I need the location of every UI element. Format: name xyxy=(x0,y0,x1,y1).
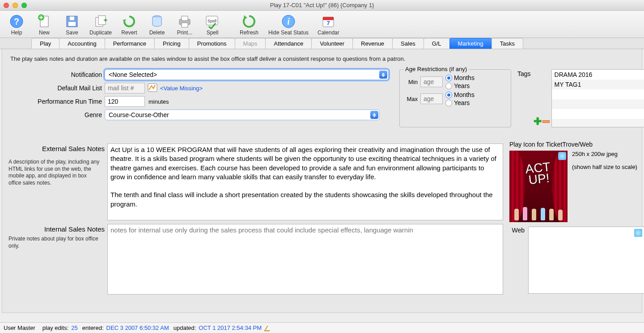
external-notes-sub: A description of the play, including any… xyxy=(8,159,105,186)
window-title: Play 17-C01 "Act Up!" (86) {Company 1} xyxy=(0,2,644,8)
add-tag-button[interactable]: ✚ xyxy=(534,116,542,127)
info-icon: i xyxy=(280,13,297,30)
spell-icon: Spell xyxy=(204,13,220,30)
web-image-slot[interactable] xyxy=(528,227,644,294)
list-item[interactable]: DRAMA 2016 xyxy=(552,70,644,80)
notification-label: Notification xyxy=(8,71,105,78)
svg-rect-6 xyxy=(70,17,74,20)
refresh-icon xyxy=(241,13,257,30)
content-pane: The play sales notes and duration are av… xyxy=(2,49,642,313)
max-age-input[interactable] xyxy=(420,93,443,104)
tab-volunteer[interactable]: Volunteer xyxy=(311,38,353,49)
status-entered-label: entered: xyxy=(82,325,104,331)
internal-notes-label: Internal Sales Notes xyxy=(8,224,105,233)
svg-text:Spell: Spell xyxy=(208,19,216,23)
status-user: User Master xyxy=(4,325,35,331)
tab-marketing[interactable]: Marketing xyxy=(449,38,492,49)
toolbar: ? Help New Save Duplicate Revert Delete xyxy=(0,11,644,38)
printer-icon xyxy=(177,13,193,30)
internal-notes-textarea[interactable] xyxy=(107,224,503,295)
new-page-icon xyxy=(36,13,52,30)
tab-attendance[interactable]: Attendance xyxy=(265,38,312,49)
default-mail-input[interactable] xyxy=(105,83,145,93)
lookup-icon[interactable] xyxy=(148,83,157,93)
max-years-radio[interactable] xyxy=(445,100,452,106)
tab-gl[interactable]: G/L xyxy=(424,38,450,49)
list-item xyxy=(552,89,644,99)
min-years-radio[interactable] xyxy=(445,83,452,89)
status-entered-value: DEC 3 2007 6:50:32 AM xyxy=(106,325,169,331)
genre-select[interactable]: Course-Course-Other xyxy=(105,110,380,120)
database-icon xyxy=(558,152,566,160)
tags-list[interactable]: DRAMA 2016 MY TAG1 xyxy=(551,69,644,127)
runtime-input[interactable] xyxy=(105,96,145,107)
remove-tag-button[interactable] xyxy=(542,120,550,123)
play-icon-image[interactable]: ACTUP! xyxy=(509,151,568,222)
new-button[interactable]: New xyxy=(31,13,57,37)
tab-pricing[interactable]: Pricing xyxy=(154,38,189,49)
internal-notes-sub: Private notes about play for box office … xyxy=(8,236,105,249)
refresh-button[interactable]: Refresh xyxy=(236,13,262,37)
age-legend: Age Restrictions (if any) xyxy=(403,66,469,72)
svg-text:7: 7 xyxy=(327,20,330,26)
duplicate-button[interactable]: Duplicate xyxy=(87,13,114,37)
duplicate-icon xyxy=(93,13,109,30)
floppy-icon xyxy=(64,13,80,30)
icon-dims: 250h x 200w jpeg xyxy=(572,151,637,157)
status-bar: User Master play edits: 25 entered: DEC … xyxy=(0,322,644,333)
hide-seat-status-button[interactable]: i Hide Seat Status xyxy=(264,13,313,37)
list-item xyxy=(552,99,644,109)
svg-text:?: ? xyxy=(14,17,19,26)
tab-tasks[interactable]: Tasks xyxy=(491,38,523,49)
list-item xyxy=(552,119,644,127)
tab-accounting[interactable]: Accounting xyxy=(59,38,105,49)
status-edits-label: play edits: xyxy=(42,325,69,331)
svg-text:i: i xyxy=(287,17,290,26)
calendar-icon: 7 xyxy=(320,13,336,30)
tab-bar: Play Accounting Performance Pricing Prom… xyxy=(0,38,644,49)
trash-icon xyxy=(149,13,165,30)
tab-performance[interactable]: Performance xyxy=(105,38,155,49)
max-months-radio[interactable] xyxy=(445,92,452,98)
runtime-unit: minutes xyxy=(148,98,169,105)
min-age-input[interactable] xyxy=(420,76,443,87)
external-notes-label: External Sales Notes xyxy=(8,143,105,152)
revert-icon xyxy=(121,13,137,30)
genre-label: Genre xyxy=(8,111,105,118)
save-button[interactable]: Save xyxy=(59,13,85,37)
titlebar: Play 17-C01 "Act Up!" (86) {Company 1} xyxy=(0,0,644,11)
notification-select[interactable]: <None Selected> xyxy=(105,69,389,80)
svg-rect-5 xyxy=(68,22,76,26)
calendar-button[interactable]: 7 Calendar xyxy=(315,13,342,37)
revert-button[interactable]: Revert xyxy=(116,13,142,37)
runtime-label: Performance Run Time xyxy=(8,98,105,105)
dropdown-icon xyxy=(370,111,378,119)
status-edits-value: 25 xyxy=(71,325,77,331)
value-missing-text: <Value Missing> xyxy=(160,85,203,92)
spell-button[interactable]: Spell Spell xyxy=(199,13,225,37)
database-icon xyxy=(634,229,642,237)
play-icon-header: Play Icon for TicketTrove/Web xyxy=(509,141,644,148)
list-item xyxy=(552,109,644,119)
tab-play[interactable]: Play xyxy=(31,38,59,49)
tab-revenue[interactable]: Revenue xyxy=(352,38,393,49)
max-age-label: Max xyxy=(404,96,418,102)
delete-button[interactable]: Delete xyxy=(144,13,170,37)
tab-promotions[interactable]: Promotions xyxy=(189,38,235,49)
age-restrictions-group: Age Restrictions (if any) Min Months Yea… xyxy=(399,69,511,127)
min-months-radio[interactable] xyxy=(445,75,452,81)
list-item[interactable]: MY TAG1 xyxy=(552,80,644,89)
icon-shown-note: (shown half size to scale) xyxy=(572,164,637,170)
signature-icon xyxy=(264,325,272,331)
tab-sales[interactable]: Sales xyxy=(392,38,424,49)
dropdown-icon xyxy=(379,71,387,79)
help-button[interactable]: ? Help xyxy=(4,13,30,37)
external-notes-textarea[interactable]: Act Up! is a 10 WEEK PROGRAM that will h… xyxy=(107,143,503,220)
hint-text: The play sales notes and duration are av… xyxy=(8,54,636,69)
min-age-label: Min xyxy=(404,79,418,85)
status-updated-value: OCT 1 2017 2:54:34 PM xyxy=(199,325,262,331)
status-updated-label: updated: xyxy=(174,325,196,331)
default-mail-label: Default Mail List xyxy=(8,84,105,92)
print-button[interactable]: Print... xyxy=(172,13,198,37)
tab-maps[interactable]: Maps xyxy=(235,38,266,49)
